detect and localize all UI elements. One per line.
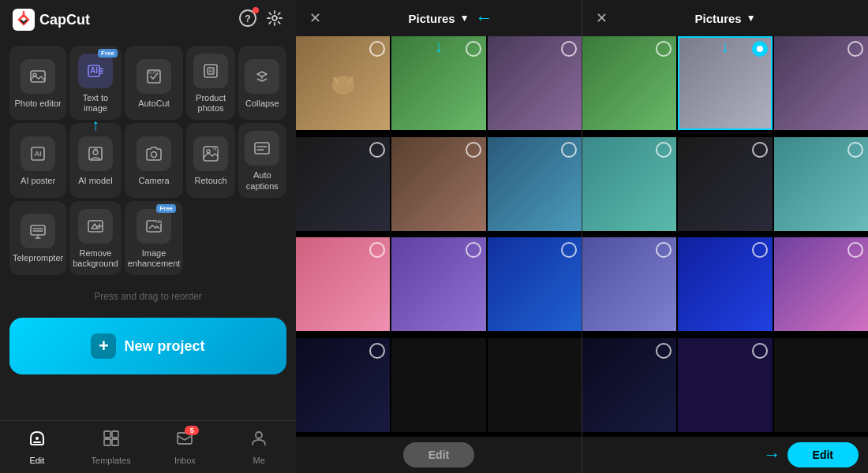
remove-bg-icon (87, 218, 104, 235)
svg-rect-25 (255, 143, 269, 154)
tool-remove-bg-label: Remove background (73, 248, 118, 269)
select-circle-selected[interactable] (752, 41, 768, 57)
ai-poster-icon: AI (29, 145, 47, 162)
list-item[interactable] (296, 237, 390, 331)
left-edit-button[interactable]: Edit (403, 442, 474, 467)
list-item[interactable] (774, 36, 868, 130)
select-circle[interactable] (369, 343, 385, 359)
list-item[interactable] (488, 237, 582, 331)
select-circle[interactable] (561, 41, 577, 57)
tool-photo-editor[interactable]: Photo editor (9, 46, 66, 120)
drag-hint: Press and drag to reorder (0, 281, 296, 311)
right-panel: ✕ Pictures ▼ ← ↓ (296, 0, 868, 473)
list-item[interactable] (678, 36, 772, 130)
left-panel-header: ✕ Pictures ▼ ← (296, 0, 582, 36)
tool-product-label: Product photos (189, 93, 231, 114)
help-icon[interactable]: ? (239, 9, 256, 31)
select-circle[interactable] (656, 142, 672, 158)
list-item[interactable] (774, 237, 868, 331)
list-item[interactable] (391, 36, 485, 130)
list-item[interactable] (296, 338, 390, 432)
left-image-grid (296, 36, 582, 437)
tool-ai-poster[interactable]: AI AI poster (9, 123, 66, 197)
tool-collapse-label: Collapse (245, 99, 279, 109)
tool-image-enhancement[interactable]: Free HD Image enhancement (125, 201, 184, 275)
camera-icon (145, 145, 163, 162)
select-circle[interactable] (466, 142, 481, 158)
nav-templates-label: Templates (92, 456, 131, 465)
tool-teleprompter[interactable]: Teleprompter (9, 201, 66, 275)
photo-editor-icon (29, 68, 47, 85)
tool-ai-model[interactable]: AI AI model (69, 123, 122, 197)
nav-templates[interactable]: Templates (74, 421, 148, 473)
tool-text-to-image[interactable]: Free AI Text to image ↑ (69, 46, 122, 120)
left-panel-footer: Edit (296, 437, 582, 473)
tool-collapse[interactable]: Collapse (238, 46, 286, 120)
list-item[interactable] (678, 237, 772, 331)
select-circle[interactable] (752, 142, 768, 158)
select-circle[interactable] (466, 242, 481, 258)
settings-icon[interactable] (266, 9, 283, 31)
list-item[interactable] (582, 36, 676, 130)
list-item[interactable] (582, 237, 676, 331)
select-circle[interactable] (656, 343, 672, 359)
right-panel-close[interactable]: ✕ (592, 9, 611, 28)
tool-camera-label: Camera (138, 176, 169, 186)
select-circle[interactable] (847, 41, 863, 57)
left-panel-dropdown-icon[interactable]: ▼ (460, 13, 470, 24)
tool-auto-captions[interactable]: Auto captions (238, 123, 286, 197)
nav-me[interactable]: Me (222, 421, 296, 473)
list-item[interactable] (296, 137, 390, 231)
svg-text:HD: HD (212, 147, 219, 151)
select-circle[interactable] (466, 41, 481, 57)
edit-nav-icon (28, 429, 47, 453)
list-item[interactable] (678, 137, 772, 231)
free-badge: Free (98, 49, 118, 58)
list-item[interactable] (488, 36, 582, 130)
nav-edit[interactable]: Edit (0, 421, 74, 473)
enhance-icon: HD (145, 218, 163, 235)
left-panel-title-area: Pictures ▼ ← (408, 12, 469, 25)
right-panel-header: ✕ Pictures ▼ (582, 0, 868, 36)
list-item[interactable] (391, 137, 485, 231)
list-item[interactable] (296, 36, 390, 130)
select-circle[interactable] (752, 343, 768, 359)
logo: CapCut (13, 9, 90, 31)
notification-dot (253, 7, 259, 13)
select-circle[interactable] (847, 242, 863, 258)
nav-inbox-label: Inbox (174, 456, 196, 465)
list-item[interactable] (582, 338, 676, 432)
right-panel-dropdown-icon[interactable]: ▼ (746, 13, 756, 24)
tool-autocut[interactable]: AUTO AutoCut (125, 46, 184, 120)
list-item[interactable] (582, 137, 676, 231)
select-circle[interactable] (369, 142, 385, 158)
tool-camera[interactable]: Camera (125, 123, 184, 197)
right-edit-arrow: → (764, 445, 781, 465)
templates-nav-icon (102, 429, 121, 453)
autocut-icon: AUTO (145, 68, 163, 85)
capcut-logo-icon (13, 9, 35, 31)
new-project-button[interactable]: + New project (9, 318, 286, 374)
svg-text:AI: AI (35, 150, 42, 158)
left-panel-arrow: ← (476, 8, 493, 28)
right-edit-button[interactable]: Edit (788, 442, 859, 467)
list-item[interactable] (391, 338, 485, 432)
list-item[interactable] (774, 137, 868, 231)
nav-inbox[interactable]: 5 Inbox (148, 421, 223, 473)
nav-me-label: Me (253, 456, 264, 465)
list-item[interactable] (488, 338, 582, 432)
list-item[interactable] (774, 338, 868, 432)
list-item[interactable] (488, 137, 582, 231)
tool-remove-background[interactable]: Remove background (69, 201, 122, 275)
left-panel-close[interactable]: ✕ (305, 9, 324, 28)
list-item[interactable] (391, 237, 485, 331)
tool-product-photos[interactable]: AI Product photos (186, 46, 234, 120)
select-circle[interactable] (847, 142, 863, 158)
nav-edit-label: Edit (29, 456, 44, 465)
select-circle[interactable] (561, 242, 577, 258)
select-circle[interactable] (561, 142, 577, 158)
tool-retouch[interactable]: HD Retouch (186, 123, 234, 197)
list-item[interactable] (678, 338, 772, 432)
enhance-free-badge: Free (156, 204, 176, 213)
select-circle[interactable] (752, 242, 768, 258)
